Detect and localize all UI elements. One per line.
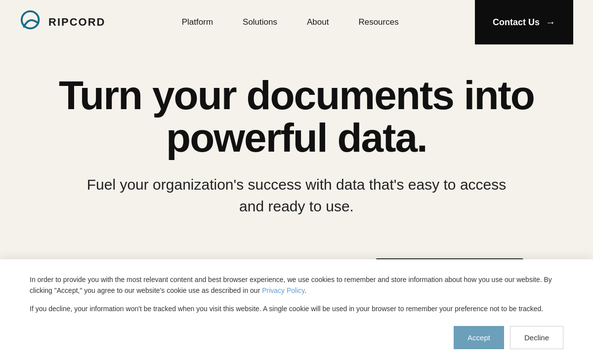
privacy-policy-link[interactable]: Privacy Policy bbox=[262, 286, 304, 294]
cookie-text-1: In order to provide you with the most re… bbox=[30, 274, 563, 296]
hero-title: Turn your documents into powerful data. bbox=[25, 74, 568, 159]
nav-item-resources[interactable]: Resources bbox=[358, 17, 398, 27]
arrow-icon: → bbox=[546, 17, 555, 28]
cookie-text-2: If you decline, your information won't b… bbox=[30, 303, 563, 314]
hero-section: Turn your documents into powerful data. … bbox=[0, 44, 593, 246]
nav-item-platform[interactable]: Platform bbox=[182, 17, 213, 27]
cookie-banner: In order to provide you with the most re… bbox=[0, 259, 593, 325]
logo-icon bbox=[20, 10, 43, 34]
logo-text: RIPCORD bbox=[48, 16, 105, 29]
navbar: RIPCORD Platform Solutions About Resourc… bbox=[0, 0, 593, 44]
nav-links: Platform Solutions About Resources bbox=[182, 17, 399, 27]
nav-item-solutions[interactable]: Solutions bbox=[243, 17, 277, 27]
hero-subtitle: Fuel your organization's success with da… bbox=[74, 174, 519, 217]
nav-item-about[interactable]: About bbox=[307, 17, 329, 27]
contact-us-button[interactable]: Contact Us → bbox=[475, 0, 573, 44]
logo[interactable]: RIPCORD bbox=[20, 10, 105, 34]
